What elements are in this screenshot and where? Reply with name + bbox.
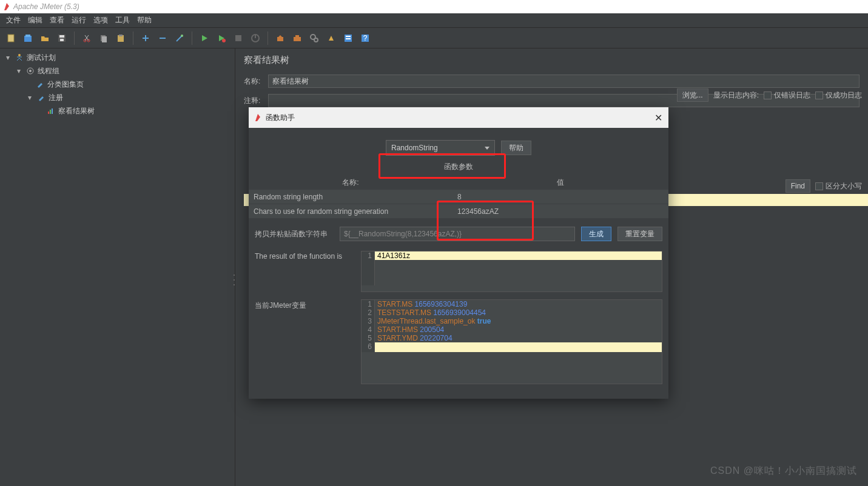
window-title: Apache JMeter (5.3) (13, 2, 79, 11)
param-row[interactable]: Random string length 8 (249, 189, 668, 204)
gear-icon (25, 66, 35, 76)
clear-icon[interactable] (273, 31, 288, 45)
menu-run[interactable]: 运行 (68, 14, 90, 27)
error-only-checkbox[interactable]: 仅错误日志 (764, 90, 810, 101)
function-select[interactable]: RandomString (386, 140, 495, 156)
new-file-icon[interactable] (4, 31, 18, 45)
param-value[interactable]: 123456azAZ (453, 207, 668, 216)
svg-rect-18 (295, 35, 299, 37)
svg-rect-23 (346, 38, 351, 39)
app-icon (255, 113, 261, 122)
help-icon[interactable]: ? (358, 31, 372, 45)
result-label: The result of the function is (255, 251, 355, 292)
param-name: Chars to use for random string generatio… (249, 207, 453, 216)
menu-edit[interactable]: 编辑 (24, 14, 46, 27)
svg-rect-14 (235, 35, 241, 41)
case-checkbox[interactable]: 区分大小写 (815, 181, 862, 191)
tree-panel: ▾ 测试计划 ▾ 线程组 分类图集页 ▾ 注册 察看结果树 (0, 48, 235, 486)
templates-icon[interactable] (21, 31, 35, 45)
browse-button[interactable]: 浏览... (677, 88, 708, 102)
copy-label: 拷贝并粘贴函数字符串 (255, 229, 334, 239)
chevron-down-icon (485, 147, 490, 150)
svg-rect-30 (50, 110, 51, 114)
param-name: Random string length (249, 193, 453, 201)
stop-icon[interactable] (231, 31, 246, 45)
generate-button[interactable]: 生成 (581, 227, 611, 241)
run-notimers-icon[interactable] (214, 31, 229, 45)
panel-title: 察看结果树 (244, 55, 860, 66)
svg-rect-16 (277, 37, 283, 41)
menu-tools[interactable]: 工具 (112, 14, 133, 27)
menu-view[interactable]: 查看 (46, 14, 68, 27)
menu-options[interactable]: 选项 (90, 14, 112, 27)
expand-icon[interactable]: ▾ (17, 67, 24, 75)
vars-output[interactable]: 1START.MS 16569363041392TESTSTART.MS 165… (361, 299, 662, 384)
svg-rect-17 (294, 37, 301, 41)
vars-label: 当前JMeter变量 (255, 299, 355, 384)
tree-threadgroup[interactable]: ▾ 线程组 (0, 64, 235, 78)
dropper-icon (36, 93, 46, 102)
tree-listener[interactable]: 察看结果树 (0, 104, 235, 118)
open-icon[interactable] (38, 31, 52, 45)
svg-text:?: ? (363, 34, 368, 42)
tree-label: 注册 (49, 93, 63, 103)
select-value: RandomString (391, 144, 438, 152)
svg-rect-9 (102, 36, 107, 42)
app-icon (4, 2, 10, 11)
param-header: 名称: 值 (249, 176, 668, 189)
name-label: 名称: (244, 76, 268, 87)
col-name: 名称: (249, 178, 453, 188)
tree-testplan[interactable]: ▾ 测试计划 (0, 51, 235, 64)
menu-help[interactable]: 帮助 (133, 14, 155, 27)
success-only-checkbox[interactable]: 仅成功日志 (815, 90, 862, 101)
svg-rect-11 (119, 35, 123, 36)
save-icon[interactable] (55, 31, 69, 45)
search-row: Find 区分大小写 (779, 176, 868, 196)
menu-file[interactable]: 文件 (2, 14, 24, 27)
remove-icon[interactable] (155, 31, 170, 45)
result-output[interactable]: 141A1361z (361, 251, 662, 292)
svg-point-26 (18, 54, 21, 56)
cut-icon[interactable] (79, 31, 94, 45)
svg-rect-5 (60, 39, 64, 41)
close-icon[interactable]: ✕ (654, 112, 662, 124)
svg-rect-29 (48, 112, 49, 114)
comment-label: 注释: (244, 96, 268, 106)
param-value[interactable]: 8 (453, 193, 668, 201)
menubar: 文件 编辑 查看 运行 选项 工具 帮助 (0, 13, 868, 28)
svg-rect-4 (59, 35, 64, 38)
chart-icon (46, 106, 56, 116)
copy-icon[interactable] (96, 31, 111, 45)
find-button[interactable]: Find (786, 179, 810, 193)
tree-sampler1[interactable]: 分类图集页 (0, 78, 235, 91)
help-button[interactable]: 帮助 (501, 141, 531, 155)
clearall-icon[interactable] (290, 31, 304, 45)
search-icon[interactable] (307, 31, 321, 45)
add-icon[interactable] (138, 31, 153, 45)
testplan-icon (15, 53, 24, 62)
expand-icon[interactable]: ▾ (28, 93, 35, 102)
reset-button[interactable]: 重置变量 (617, 227, 662, 241)
wand-icon[interactable] (172, 31, 187, 45)
svg-point-28 (29, 70, 32, 72)
param-row[interactable]: Chars to use for random string generatio… (249, 204, 668, 218)
tree-label: 察看结果树 (58, 106, 95, 116)
svg-rect-22 (346, 36, 351, 37)
dropper-icon (35, 79, 45, 89)
run-icon[interactable] (197, 31, 212, 45)
reset-search-icon[interactable] (324, 31, 338, 45)
svg-point-12 (181, 35, 183, 37)
dialog-titlebar[interactable]: 函数助手 ✕ (249, 107, 668, 128)
dialog-title: 函数助手 (266, 113, 295, 123)
tree-label: 线程组 (38, 66, 59, 76)
function-helper-icon[interactable] (341, 31, 355, 45)
titlebar: Apache JMeter (5.3) (0, 0, 868, 13)
tree-label: 分类图集页 (47, 79, 84, 90)
shutdown-icon[interactable] (248, 31, 263, 45)
function-helper-dialog: 函数助手 ✕ RandomString 帮助 函数参数 名称: 值 Random… (249, 107, 668, 399)
tree-label: 测试计划 (27, 53, 56, 63)
tree-sampler2[interactable]: ▾ 注册 (0, 91, 235, 104)
function-string-input[interactable] (340, 227, 575, 241)
paste-icon[interactable] (113, 31, 128, 45)
expand-icon[interactable]: ▾ (6, 53, 13, 62)
